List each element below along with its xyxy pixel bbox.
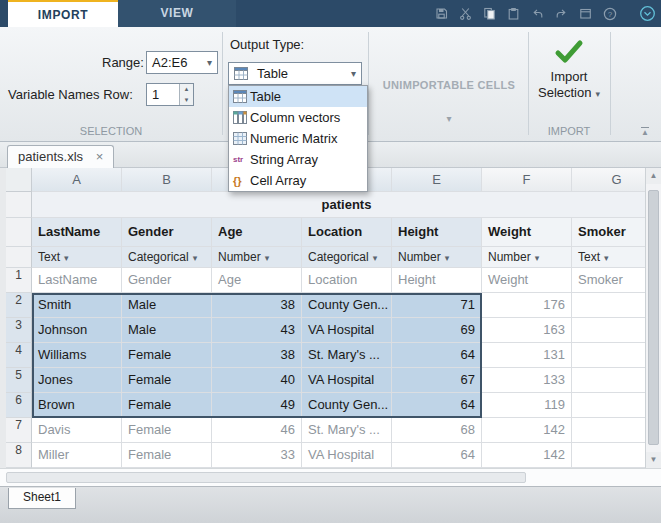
tab-import[interactable]: IMPORT <box>8 0 118 27</box>
cell-C4[interactable]: 38 <box>212 343 302 368</box>
menu-item-string-array[interactable]: str String Array <box>229 149 367 170</box>
cell-F7[interactable]: 142 <box>482 418 572 443</box>
cell-A3[interactable]: Johnson <box>32 318 122 343</box>
cell-B6[interactable]: Female <box>122 393 212 418</box>
cell-D4[interactable]: St. Mary's ... <box>302 343 392 368</box>
cell-F4[interactable]: 131 <box>482 343 572 368</box>
unimportable-cells-chevron-icon[interactable]: ▾ <box>372 113 526 124</box>
cell-D5[interactable]: VA Hospital <box>302 368 392 393</box>
chevron-down-icon[interactable]: ▾ <box>346 68 356 79</box>
row-header-7[interactable]: 7 <box>6 418 32 443</box>
cell-C5[interactable]: 40 <box>212 368 302 393</box>
spinner-up-icon[interactable]: ▲ <box>180 84 193 95</box>
cell-B2[interactable]: Male <box>122 293 212 318</box>
row-header-1[interactable]: 1 <box>6 268 32 293</box>
cell-A7[interactable]: Davis <box>32 418 122 443</box>
cell-B5[interactable]: Female <box>122 368 212 393</box>
variable-name-gender[interactable]: Gender <box>122 218 212 247</box>
menu-item-table[interactable]: Table <box>229 86 367 107</box>
sheet-tab-sheet1[interactable]: Sheet1 <box>8 488 76 509</box>
unimportable-cells-button[interactable]: UNIMPORTABLE CELLS <box>372 79 526 91</box>
variable-type-lastname[interactable]: Text▾ <box>32 247 122 268</box>
copy-icon[interactable] <box>483 7 496 20</box>
import-selection-button[interactable]: Import Selection▾ <box>536 39 602 102</box>
row-header-2[interactable]: 2 <box>6 293 32 318</box>
cell-F6[interactable]: 119 <box>482 393 572 418</box>
variable-name-age[interactable]: Age <box>212 218 302 247</box>
cell-C3[interactable]: 43 <box>212 318 302 343</box>
cell-E8[interactable]: 64 <box>392 443 482 468</box>
vertical-scrollbar-thumb[interactable] <box>648 190 659 445</box>
row-header-4[interactable]: 4 <box>6 343 32 368</box>
close-icon[interactable]: × <box>96 149 104 164</box>
chevron-down-icon[interactable]: ▾ <box>202 57 212 68</box>
cell-D7[interactable]: St. Mary's ... <box>302 418 392 443</box>
cell-E3[interactable]: 69 <box>392 318 482 343</box>
spinner-down-icon[interactable]: ▼ <box>180 95 193 106</box>
cell-E6[interactable]: 64 <box>392 393 482 418</box>
undo-icon[interactable] <box>531 7 544 20</box>
cell-A1[interactable]: LastName <box>32 268 122 293</box>
range-combobox[interactable]: A2:E6 ▾ <box>146 51 218 74</box>
variable-type-gender[interactable]: Categorical▾ <box>122 247 212 268</box>
cell-E7[interactable]: 68 <box>392 418 482 443</box>
dock-icon[interactable] <box>579 7 592 20</box>
vertical-scrollbar[interactable]: ▲ ▼ <box>645 168 661 468</box>
cell-F2[interactable]: 176 <box>482 293 572 318</box>
tab-view[interactable]: VIEW <box>118 0 236 27</box>
cell-C7[interactable]: 46 <box>212 418 302 443</box>
cell-C6[interactable]: 49 <box>212 393 302 418</box>
cell-B4[interactable]: Female <box>122 343 212 368</box>
cell-C8[interactable]: 33 <box>212 443 302 468</box>
menu-item-cell-array[interactable]: {} Cell Array <box>229 170 367 191</box>
paste-icon[interactable] <box>507 7 520 20</box>
horizontal-scrollbar[interactable] <box>0 468 661 486</box>
column-header-B[interactable]: B <box>122 168 212 192</box>
cell-B7[interactable]: Female <box>122 418 212 443</box>
cell-E2[interactable]: 71 <box>392 293 482 318</box>
cell-A2[interactable]: Smith <box>32 293 122 318</box>
variable-name-lastname[interactable]: LastName <box>32 218 122 247</box>
redo-icon[interactable] <box>555 7 568 20</box>
variable-name-weight[interactable]: Weight <box>482 218 572 247</box>
row-header-8[interactable]: 8 <box>6 443 32 468</box>
document-tab-patients[interactable]: patients.xls × <box>7 145 114 168</box>
help-icon[interactable]: ? <box>603 7 617 21</box>
cell-B1[interactable]: Gender <box>122 268 212 293</box>
column-header-A[interactable]: A <box>32 168 122 192</box>
variable-name-height[interactable]: Height <box>392 218 482 247</box>
cell-E1[interactable]: Height <box>392 268 482 293</box>
cell-F8[interactable]: 142 <box>482 443 572 468</box>
variable-type-age[interactable]: Number▾ <box>212 247 302 268</box>
cut-icon[interactable] <box>459 7 472 20</box>
collapse-ribbon-button[interactable]: ▲ <box>641 127 649 137</box>
row-header-3[interactable]: 3 <box>6 318 32 343</box>
row-header-6[interactable]: 6 <box>6 393 32 418</box>
cell-D6[interactable]: County Gen... <box>302 393 392 418</box>
variable-names-row-spinner[interactable]: 1 ▲ ▼ <box>146 83 194 106</box>
variable-type-location[interactable]: Categorical▾ <box>302 247 392 268</box>
column-header-E[interactable]: E <box>392 168 482 192</box>
row-header-5[interactable]: 5 <box>6 368 32 393</box>
cell-A8[interactable]: Miller <box>32 443 122 468</box>
grid-corner[interactable] <box>6 168 32 192</box>
cell-C2[interactable]: 38 <box>212 293 302 318</box>
variable-name-location[interactable]: Location <box>302 218 392 247</box>
variable-type-height[interactable]: Number▾ <box>392 247 482 268</box>
menu-item-numeric-matrix[interactable]: Numeric Matrix <box>229 128 367 149</box>
toolstrip-pulldown-icon[interactable] <box>639 5 656 22</box>
horizontal-scrollbar-thumb[interactable] <box>6 472 526 483</box>
cell-C1[interactable]: Age <box>212 268 302 293</box>
cell-B8[interactable]: Female <box>122 443 212 468</box>
cell-A5[interactable]: Jones <box>32 368 122 393</box>
cell-A4[interactable]: Williams <box>32 343 122 368</box>
cell-F1[interactable]: Weight <box>482 268 572 293</box>
cell-A6[interactable]: Brown <box>32 393 122 418</box>
column-header-F[interactable]: F <box>482 168 572 192</box>
cell-E4[interactable]: 64 <box>392 343 482 368</box>
cell-E5[interactable]: 67 <box>392 368 482 393</box>
cell-B3[interactable]: Male <box>122 318 212 343</box>
save-icon[interactable] <box>435 7 448 20</box>
output-type-combobox[interactable]: Table ▾ <box>228 62 362 85</box>
cell-F3[interactable]: 163 <box>482 318 572 343</box>
